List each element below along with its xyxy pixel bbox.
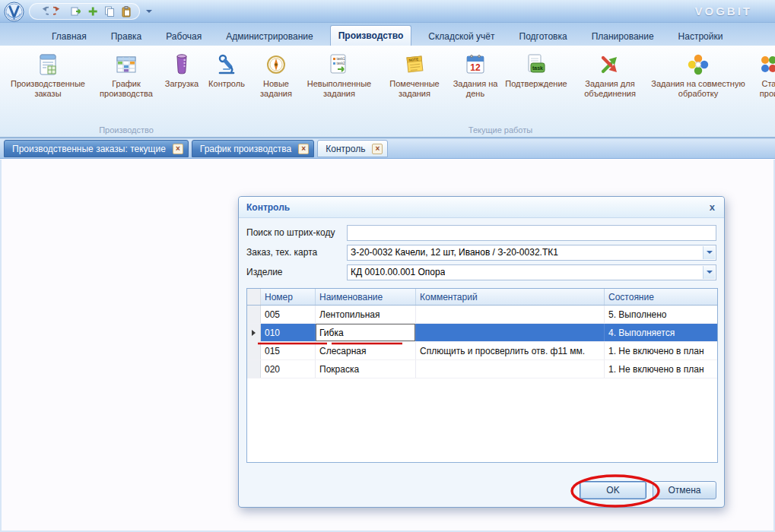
load-icon xyxy=(170,52,194,77)
ribbon-tab-skladskoy-uchet[interactable]: Складской учёт xyxy=(421,27,502,46)
cell-name: Покраска xyxy=(316,360,416,378)
statistics-icon xyxy=(757,52,775,77)
confirmation-icon: task xyxy=(524,52,548,77)
column-header-name[interactable]: Наименование xyxy=(316,289,416,305)
product-select[interactable]: КД 0010.00.001 Опора xyxy=(347,264,716,280)
brand-text: VOGBIT xyxy=(694,5,752,17)
ribbon-group-partial: Ста прои xyxy=(751,47,775,137)
app-logo[interactable] xyxy=(4,2,24,22)
new-tasks-button[interactable]: Новые задания xyxy=(253,50,300,101)
vogbit-logo-icon xyxy=(4,2,24,22)
ribbon-group-production: Производственные заказы График производс… xyxy=(3,47,249,137)
joint-processing-button[interactable]: Задания на совместную обработку xyxy=(648,50,748,101)
qat-dropdown-icon[interactable] xyxy=(146,10,152,16)
ribbon-group-caption: Производство xyxy=(3,125,249,137)
export-icon[interactable] xyxy=(70,5,82,17)
header-indicator-cell xyxy=(247,289,261,305)
column-header-number[interactable]: Номер xyxy=(261,289,316,305)
row-indicator-cell xyxy=(247,342,261,359)
cell-state: 4. Выполняется xyxy=(605,324,717,341)
table-row[interactable]: 005 Лентопильная 5. Выполнено xyxy=(247,306,717,324)
ribbon-button-label: Загрузка xyxy=(165,79,199,89)
new-tasks-icon xyxy=(264,52,288,77)
cell-state: 5. Выполнено xyxy=(605,306,717,323)
production-schedule-button[interactable]: График производства xyxy=(93,50,160,101)
ribbon-tab-podgotovka[interactable]: Подготовка xyxy=(512,27,575,46)
doc-tab-label: График производства xyxy=(200,144,291,154)
day-tasks-button[interactable]: 12 Задания на день xyxy=(450,50,500,101)
close-icon[interactable]: × xyxy=(298,144,309,154)
cell-number: 005 xyxy=(261,306,316,323)
merge-tasks-button[interactable]: Задания для объединения xyxy=(572,50,648,101)
ribbon-tab-planirovanie[interactable]: Планирование xyxy=(584,27,662,46)
ok-button[interactable]: OK xyxy=(580,481,646,499)
unfinished-tasks-button[interactable]: task1task2 Невыполненные задания xyxy=(300,50,379,101)
cell-name-focused[interactable]: Гибка xyxy=(316,324,416,341)
svg-text:12: 12 xyxy=(470,62,481,73)
paste-icon[interactable] xyxy=(120,5,132,17)
unfinished-tasks-icon: task1task2 xyxy=(327,52,351,77)
redo-icon[interactable] xyxy=(53,5,65,17)
ribbon-tab-administrirovanie[interactable]: Администрирование xyxy=(218,27,320,46)
table-row[interactable]: 015 Слесарная Сплющить и просверлить отв… xyxy=(247,342,717,360)
ribbon-button-label: Подтверждение xyxy=(505,79,567,89)
close-icon[interactable]: x xyxy=(708,201,716,213)
operations-table: Номер Наименование Комментарий Состояние… xyxy=(246,288,718,463)
chevron-down-icon[interactable] xyxy=(703,246,715,259)
doc-tab-control[interactable]: Контроль × xyxy=(317,140,388,157)
table-row[interactable]: 020 Покраска 1. Не включено в план xyxy=(247,360,717,378)
flagged-tasks-icon: NOTE xyxy=(402,52,427,77)
ribbon-button-label: График производства xyxy=(94,79,158,99)
row-indicator-cell xyxy=(247,306,261,323)
cell-state: 1. Не включено в план xyxy=(605,360,717,378)
dialog-buttons: OK Отмена xyxy=(580,481,716,499)
ribbon-tab-proizvodstvo[interactable]: Производство xyxy=(330,25,412,46)
ribbon-tab-nastroyki[interactable]: Настройки xyxy=(671,27,731,46)
undo-icon[interactable] xyxy=(37,5,49,17)
ribbon-button-label: Производственные заказы xyxy=(5,79,91,99)
production-orders-icon xyxy=(36,52,60,77)
chevron-down-icon[interactable] xyxy=(703,266,715,279)
load-button[interactable]: Загрузка xyxy=(160,50,204,91)
barcode-field-label: Поиск по штрих-коду xyxy=(246,227,347,238)
ribbon-tab-pravka[interactable]: Правка xyxy=(103,27,150,46)
cell-comment xyxy=(416,306,605,323)
document-tab-bar: Производственные заказы: текущие × Графи… xyxy=(0,138,775,159)
doc-tab-production-orders[interactable]: Производственные заказы: текущие × xyxy=(4,140,189,157)
statistics-button[interactable]: Ста прои xyxy=(751,50,775,101)
cancel-button[interactable]: Отмена xyxy=(653,481,716,499)
production-orders-button[interactable]: Производственные заказы xyxy=(3,50,93,101)
ribbon-button-label: Задания на день xyxy=(452,79,499,99)
product-select-value: КД 0010.00.001 Опора xyxy=(351,267,445,277)
dialog-titlebar[interactable]: Контроль x xyxy=(239,197,724,218)
column-header-comment[interactable]: Комментарий xyxy=(416,289,605,305)
table-row-selected[interactable]: 010 Гибка 4. Выполняется xyxy=(247,324,717,342)
order-field-label: Заказ, тех. карта xyxy=(246,247,347,258)
titlebar[interactable]: VOGBIT xyxy=(0,0,775,23)
barcode-input[interactable] xyxy=(347,225,716,241)
control-button[interactable]: Контроль xyxy=(204,50,249,91)
svg-text:task: task xyxy=(532,65,543,71)
product-field-label: Изделие xyxy=(246,267,347,277)
row-indicator-cell xyxy=(247,360,261,378)
close-icon[interactable]: × xyxy=(372,144,383,154)
cell-name: Слесарная xyxy=(316,342,416,359)
doc-tab-label: Производственные заказы: текущие xyxy=(12,144,166,154)
doc-tab-production-schedule[interactable]: График производства × xyxy=(192,140,314,157)
flagged-tasks-button[interactable]: NOTE Помеченные задания xyxy=(379,50,450,101)
doc-tab-label: Контроль xyxy=(326,144,365,154)
app-window: VOGBIT Главная Правка Рабочая Администри… xyxy=(0,0,775,532)
close-icon[interactable]: × xyxy=(173,144,183,154)
ribbon-button-label: Помеченные задания xyxy=(380,79,449,99)
cell-state: 1. Не включено в план xyxy=(605,342,717,359)
order-select[interactable]: З-20-0032 Качели, 12 шт, Иванов / З-20-0… xyxy=(347,245,716,261)
copy-icon[interactable] xyxy=(103,5,116,17)
ribbon-tab-glavnaya[interactable]: Главная xyxy=(44,27,94,46)
confirmation-button[interactable]: task Подтверждение xyxy=(500,50,572,91)
ribbon-tab-rabochaya[interactable]: Рабочая xyxy=(158,27,209,46)
ribbon-button-label: Невыполненные задания xyxy=(301,79,377,99)
cell-number: 020 xyxy=(261,360,316,378)
column-header-state[interactable]: Состояние xyxy=(605,289,717,305)
ribbon-button-label: Ста прои xyxy=(753,79,775,99)
add-icon[interactable] xyxy=(87,5,99,17)
